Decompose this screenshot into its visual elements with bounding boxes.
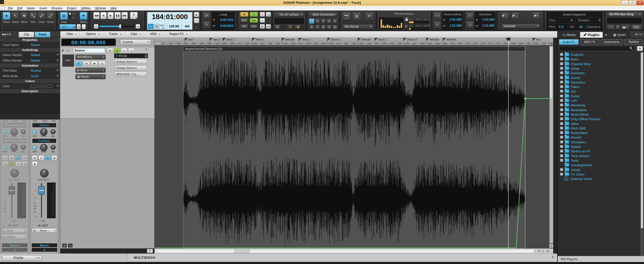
- acts-learn-button[interactable]: aL: [287, 25, 293, 29]
- punch-toggle-button[interactable]: ▸●◂: [434, 12, 441, 19]
- strip-output-dropdown[interactable]: O --- None --- ▼: [32, 228, 57, 233]
- tree-item-restoration[interactable]: +Restoration: [558, 130, 641, 135]
- strip-button-W[interactable]: W: [22, 155, 27, 160]
- tab-media[interactable]: 🗀 Media: [559, 32, 579, 38]
- timebase-value[interactable]: Musical: [31, 69, 41, 72]
- pdc-button[interactable]: PDC: [240, 18, 248, 23]
- fader-thumb[interactable]: [38, 186, 45, 195]
- mute-button[interactable]: M: [240, 12, 248, 17]
- loop-end[interactable]: 8:04:833: [220, 24, 233, 28]
- track-automation-r-button[interactable]: R: [75, 61, 82, 66]
- tree-item-simulators[interactable]: +Simulators: [558, 140, 641, 144]
- tree-label[interactable]: Other: [571, 122, 579, 126]
- expand-icon[interactable]: +: [560, 85, 563, 88]
- scroll-right-arrow[interactable]: ›: [533, 249, 537, 253]
- tree-label[interactable]: External Insert: [571, 177, 592, 181]
- properties-header[interactable]: Properties: [0, 38, 60, 42]
- fx-bin-header[interactable]: ⏻ FX (3) +: [114, 54, 148, 58]
- menu-process[interactable]: Process: [49, 6, 65, 11]
- maximize-clips-button[interactable]: ≙: [147, 249, 153, 253]
- clip-name-bar[interactable]: Anyone Around Denoised (10): [183, 47, 525, 51]
- strip-output-dropdown[interactable]: O Master ▼: [2, 234, 27, 239]
- tree-item-other[interactable]: +Other: [558, 121, 641, 126]
- tab-clip[interactable]: Clip: [19, 32, 34, 37]
- track-mute-button[interactable]: M: [107, 48, 113, 53]
- marker-flag-icon[interactable]: [404, 38, 406, 41]
- screenset-5-button[interactable]: 5: [332, 19, 337, 24]
- screenset-3-button[interactable]: 3: [321, 19, 326, 24]
- send-name-Feedback[interactable]: Feedback: [32, 139, 56, 143]
- send-level-knob[interactable]: [10, 128, 18, 136]
- track-name-field[interactable]: Source: [73, 48, 105, 53]
- write-automation-icon[interactable]: ⊘: [154, 24, 159, 29]
- expand-icon[interactable]: +: [560, 141, 563, 143]
- track-automation-✱-button[interactable]: ✱: [91, 61, 98, 66]
- fx-plugin-3[interactable]: BREVERB 2 Ca...: [115, 72, 147, 76]
- ei-duration-value[interactable]: 0: [599, 19, 600, 22]
- send-pan-knob[interactable]: [51, 145, 56, 150]
- strip-pan-knob[interactable]: [10, 169, 19, 178]
- ei-pitch-value[interactable]: C 0: [559, 25, 564, 29]
- surface-list-button[interactable]: ☰: [274, 25, 280, 29]
- tool-edit-button[interactable]: 🔧: [29, 12, 37, 20]
- tree-label[interactable]: LoFi: [571, 99, 577, 103]
- fx-power-icon[interactable]: ⏻: [115, 55, 118, 57]
- search-clear-button[interactable]: ✕: [637, 46, 643, 51]
- screenset-10-button[interactable]: 10: [332, 25, 337, 30]
- selection-end-button[interactable]: ◿: [466, 21, 473, 28]
- expand-icon[interactable]: +: [560, 113, 563, 116]
- transport-rewind-button[interactable]: ◀◀: [93, 12, 100, 19]
- send-level-knob[interactable]: [10, 144, 18, 151]
- selection-thru[interactable]: 1:01:000: [482, 24, 494, 27]
- marker-chorus-1[interactable]: Chorus 1: [331, 38, 341, 41]
- tempo[interactable]: 120.00: [167, 24, 181, 29]
- write-automation-off-icon[interactable]: W: [266, 24, 271, 29]
- waveform-canvas[interactable]: [183, 51, 525, 248]
- send-post-button[interactable]: [3, 145, 7, 150]
- loop-start[interactable]: 8:01:031: [220, 18, 233, 22]
- note-widget-icon[interactable]: ♪≡: [68, 244, 72, 247]
- strip-button-R[interactable]: R: [45, 155, 51, 160]
- online-render-row[interactable]: Online Render Default: [0, 52, 60, 58]
- tree-label[interactable]: Reverb: [571, 136, 581, 139]
- expand-icon[interactable]: +: [560, 131, 563, 134]
- menu-project[interactable]: Project: [65, 6, 78, 11]
- grid-widget-icon[interactable]: ⊞: [62, 244, 67, 247]
- big-time-readout[interactable]: 00:06:06.000: [61, 39, 116, 46]
- zoom-in-button[interactable]: ⊕: [546, 249, 550, 253]
- track-name-row[interactable]: Track Name Source: [0, 42, 60, 48]
- strip-button-⊕[interactable]: ⊕: [2, 155, 8, 160]
- tree-item-mastering[interactable]: +Mastering: [558, 103, 641, 107]
- strip-button-◦)))[interactable]: ◦))): [22, 161, 27, 166]
- strip-button-Ø[interactable]: Ø: [9, 155, 14, 160]
- mtc-button[interactable]: MTC: [631, 25, 642, 29]
- menu-edit[interactable]: Edit: [15, 6, 25, 11]
- selection-start-button[interactable]: ◸: [466, 12, 473, 19]
- expand-icon[interactable]: +: [560, 108, 563, 111]
- tree-item-modulation[interactable]: +Modulation: [558, 108, 641, 112]
- midi-sync-icon[interactable]: 🎹→: [621, 25, 630, 29]
- colors-header[interactable]: Colors: [0, 79, 60, 83]
- plugin-search-input[interactable]: 🔍: [559, 46, 634, 51]
- tree-item-fx-chain[interactable]: +FX Chain: [558, 172, 641, 177]
- tool-draw-button[interactable]: 🖉: [38, 12, 46, 20]
- screenset-9-button[interactable]: 9: [327, 25, 332, 30]
- marker-verse-3[interactable]: Verse 3: [378, 38, 386, 41]
- tree-item-only-offline-process[interactable]: +Only Offline Process: [558, 117, 641, 121]
- marker-flag-icon[interactable]: [185, 38, 188, 41]
- screenset-8-button[interactable]: 8: [321, 25, 326, 30]
- tree-item-drums[interactable]: +Drums: [558, 75, 641, 80]
- dim-solo-button[interactable]: DIM: [250, 24, 258, 29]
- menu-insert[interactable]: Insert: [37, 6, 49, 11]
- sample-rate[interactable]: 44.1: [160, 24, 165, 27]
- marker-flag-icon[interactable]: [210, 38, 213, 41]
- marker-interlude[interactable]: Interlude: [429, 38, 439, 41]
- tree-label[interactable]: Tools: [571, 159, 578, 162]
- expand-icon[interactable]: +: [560, 71, 563, 74]
- audiosnap-header[interactable]: AudioSnap: [0, 48, 60, 52]
- input-echo-icon[interactable]: ◦))): [266, 12, 271, 17]
- viewmenu-region-fx[interactable]: Region FX▼: [167, 32, 190, 36]
- strip-button-S[interactable]: S: [38, 155, 44, 160]
- track-solo-button[interactable]: S: [114, 48, 120, 53]
- menu-window[interactable]: Window: [93, 6, 108, 11]
